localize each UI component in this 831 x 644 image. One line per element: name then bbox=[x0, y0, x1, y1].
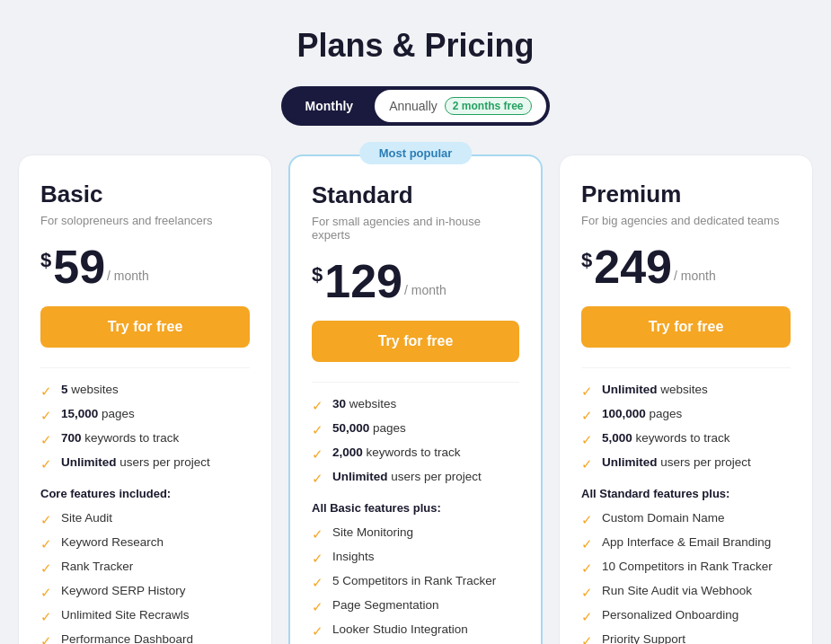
highlight-text: 5 websites bbox=[61, 383, 119, 396]
feature-item-standard-0: ✓ Site Monitoring bbox=[312, 525, 519, 543]
check-icon: ✓ bbox=[40, 609, 52, 625]
plan-price-standard: $ 129 / month bbox=[312, 258, 519, 304]
feature-text: Personalized Onboarding bbox=[602, 608, 738, 622]
page-title: Plans & Pricing bbox=[18, 27, 813, 65]
check-icon: ✓ bbox=[312, 471, 323, 487]
price-amount-basic: 59 bbox=[53, 243, 105, 290]
feature-item-basic-4: ✓ Unlimited Site Recrawls bbox=[40, 608, 250, 625]
check-icon: ✓ bbox=[40, 384, 52, 400]
check-icon: ✓ bbox=[312, 551, 323, 567]
check-icon: ✓ bbox=[581, 633, 593, 644]
plan-desc-premium: For big agencies and dedicated teams bbox=[581, 214, 791, 227]
plans-grid: BasicFor solopreneurs and freelancers $ … bbox=[18, 154, 813, 644]
plan-name-premium: Premium bbox=[581, 181, 791, 208]
highlight-item-premium-1: ✓ 100,000 pages bbox=[581, 407, 791, 424]
feature-text: Insights bbox=[332, 550, 375, 563]
highlight-item-basic-2: ✓ 700 keywords to track bbox=[40, 431, 250, 448]
feature-item-premium-5: ✓ Priority Support bbox=[581, 632, 791, 644]
section-label-basic: Core features included: bbox=[40, 487, 250, 500]
highlight-item-basic-0: ✓ 5 websites bbox=[40, 383, 250, 400]
check-icon: ✓ bbox=[581, 585, 593, 601]
check-icon: ✓ bbox=[40, 456, 52, 472]
feature-text: Performance Dashboard bbox=[61, 632, 193, 644]
try-btn-premium[interactable]: Try for free bbox=[581, 306, 791, 348]
price-amount-standard: 129 bbox=[324, 258, 402, 304]
plan-name-basic: Basic bbox=[40, 181, 250, 208]
feature-text: Page Segmentation bbox=[332, 598, 439, 612]
feature-text: 5 Competitors in Rank Tracker bbox=[332, 574, 496, 587]
check-icon: ✓ bbox=[40, 432, 52, 448]
try-btn-standard[interactable]: Try for free bbox=[312, 321, 519, 362]
highlight-item-premium-2: ✓ 5,000 keywords to track bbox=[581, 431, 791, 448]
price-period-basic: / month bbox=[107, 269, 149, 283]
feature-text: 10 Competitors in Rank Tracker bbox=[602, 560, 773, 573]
try-btn-basic[interactable]: Try for free bbox=[40, 306, 250, 348]
highlight-text: 30 websites bbox=[332, 397, 396, 410]
highlight-item-standard-2: ✓ 2,000 keywords to track bbox=[312, 446, 519, 463]
feature-text: Keyword Research bbox=[61, 535, 164, 549]
plan-price-basic: $ 59 / month bbox=[40, 243, 250, 290]
highlight-item-standard-3: ✓ Unlimited users per project bbox=[312, 470, 519, 487]
feature-text: Run Site Audit via Webhook bbox=[602, 584, 752, 597]
highlight-text: Unlimited users per project bbox=[602, 455, 751, 469]
highlight-item-premium-0: ✓ Unlimited websites bbox=[581, 383, 791, 400]
divider-standard bbox=[312, 382, 519, 383]
highlight-text: 5,000 keywords to track bbox=[602, 431, 730, 445]
feature-text: Custom Domain Name bbox=[602, 511, 725, 525]
feature-item-basic-2: ✓ Rank Tracker bbox=[40, 560, 250, 577]
feature-item-premium-2: ✓ 10 Competitors in Rank Tracker bbox=[581, 560, 791, 577]
check-icon: ✓ bbox=[312, 422, 323, 438]
highlight-text: Unlimited users per project bbox=[61, 455, 210, 469]
divider-basic bbox=[40, 367, 250, 368]
price-amount-premium: 249 bbox=[594, 243, 672, 290]
feature-item-standard-4: ✓ Looker Studio Integration bbox=[312, 622, 519, 640]
highlight-item-standard-1: ✓ 50,000 pages bbox=[312, 421, 519, 438]
price-period-premium: / month bbox=[674, 269, 716, 283]
feature-text: Keyword SERP History bbox=[61, 584, 186, 597]
check-icon: ✓ bbox=[312, 446, 323, 463]
highlight-text: Unlimited users per project bbox=[332, 470, 482, 483]
feature-text: Rank Tracker bbox=[61, 560, 133, 573]
check-icon: ✓ bbox=[40, 408, 52, 424]
check-icon: ✓ bbox=[581, 512, 593, 528]
check-icon: ✓ bbox=[581, 384, 593, 400]
plan-desc-standard: For small agencies and in-house experts bbox=[312, 215, 519, 242]
feature-text: Site Audit bbox=[61, 511, 112, 525]
feature-item-premium-0: ✓ Custom Domain Name bbox=[581, 511, 791, 528]
feature-item-premium-3: ✓ Run Site Audit via Webhook bbox=[581, 584, 791, 601]
price-dollar-standard: $ bbox=[312, 263, 323, 287]
check-icon: ✓ bbox=[581, 609, 593, 625]
highlight-item-standard-0: ✓ 30 websites bbox=[312, 397, 519, 414]
feature-item-basic-0: ✓ Site Audit bbox=[40, 511, 250, 528]
highlight-text: 700 keywords to track bbox=[61, 431, 179, 445]
highlight-text: 2,000 keywords to track bbox=[332, 446, 461, 459]
check-icon: ✓ bbox=[581, 560, 593, 577]
feature-item-basic-5: ✓ Performance Dashboard bbox=[40, 632, 250, 644]
plan-name-standard: Standard bbox=[312, 181, 519, 209]
feature-item-standard-1: ✓ Insights bbox=[312, 550, 519, 567]
check-icon: ✓ bbox=[312, 398, 323, 414]
plan-price-premium: $ 249 / month bbox=[581, 243, 791, 290]
feature-item-basic-1: ✓ Keyword Research bbox=[40, 535, 250, 552]
check-icon: ✓ bbox=[40, 536, 52, 552]
feature-item-basic-3: ✓ Keyword SERP History bbox=[40, 584, 250, 601]
plan-card-premium: PremiumFor big agencies and dedicated te… bbox=[559, 154, 813, 644]
check-icon: ✓ bbox=[40, 560, 52, 577]
feature-item-premium-1: ✓ App Interface & Email Branding bbox=[581, 535, 791, 552]
feature-text: Priority Support bbox=[602, 632, 685, 644]
popular-badge: Most popular bbox=[359, 142, 473, 164]
feature-item-standard-2: ✓ 5 Competitors in Rank Tracker bbox=[312, 574, 519, 591]
feature-text: Looker Studio Integration bbox=[332, 622, 468, 636]
check-icon: ✓ bbox=[312, 623, 323, 640]
section-label-premium: All Standard features plus: bbox=[581, 487, 791, 500]
toggle-monthly[interactable]: Monthly bbox=[285, 92, 373, 120]
feature-text: App Interface & Email Branding bbox=[602, 535, 771, 549]
price-dollar-basic: $ bbox=[40, 249, 51, 272]
check-icon: ✓ bbox=[312, 526, 323, 543]
check-icon: ✓ bbox=[40, 633, 52, 644]
toggle-annually[interactable]: Annually 2 months free bbox=[375, 90, 545, 122]
feature-text: Unlimited Site Recrawls bbox=[61, 608, 190, 622]
highlight-text: 50,000 pages bbox=[332, 421, 406, 435]
highlight-text: Unlimited websites bbox=[602, 383, 708, 396]
check-icon: ✓ bbox=[40, 585, 52, 601]
